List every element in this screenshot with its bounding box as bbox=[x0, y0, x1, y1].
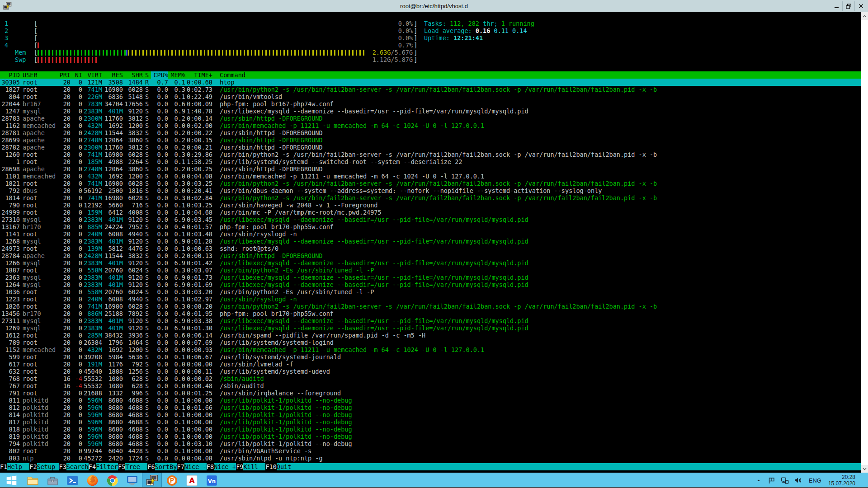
process-row-790[interactable]: 790root200121925660716S0.00.10:03.25/usr… bbox=[0, 202, 861, 209]
process-row-812[interactable]: 812polkitd200596M86804688S0.00.10:01.66/… bbox=[0, 404, 861, 411]
column-header-user[interactable]: USER bbox=[20, 71, 58, 79]
process-row-1612[interactable]: 1612root200285M384323936S0.00.60:06.14/u… bbox=[0, 332, 861, 339]
taskbar-putty-icon[interactable] bbox=[142, 473, 162, 488]
language-indicator[interactable]: ENG bbox=[807, 477, 823, 484]
start-button[interactable] bbox=[0, 473, 23, 488]
fnkey-f6[interactable]: F6 bbox=[147, 463, 155, 470]
process-row-28781[interactable]: 28781apache2002428M115443832S0.00.20:00.… bbox=[0, 129, 861, 136]
process-row-1101[interactable]: 1101memcached200432M16921200S0.00.00:04.… bbox=[0, 173, 861, 180]
column-header-cpu[interactable]: CPU% bbox=[151, 71, 168, 79]
process-row-819[interactable]: 819polkitd200596M86804688S0.00.10:00.00/… bbox=[0, 433, 861, 440]
fnkey-f1[interactable]: F1 bbox=[0, 463, 7, 470]
process-row-767[interactable]: 767root16-4555321080628S0.00.00:00.48/sb… bbox=[0, 382, 861, 389]
column-header-s[interactable]: S bbox=[143, 71, 151, 79]
process-row-1260[interactable]: 1260root200741M169806028S0.00.30:29.86/u… bbox=[0, 151, 861, 158]
scroll-up-icon[interactable] bbox=[861, 12, 868, 20]
taskbar-remote-desktop-icon[interactable] bbox=[122, 473, 142, 488]
process-row-794[interactable]: 794polkitd200596M86804688S0.00.10:03.10/… bbox=[0, 440, 861, 447]
column-header-res[interactable]: RES bbox=[102, 71, 123, 79]
taskbar-server-manager-icon[interactable] bbox=[42, 473, 62, 488]
process-row-28782[interactable]: 28782apache2002300M117603812S0.00.20:00.… bbox=[0, 144, 861, 151]
fn-kill-button[interactable]: Kill bbox=[243, 463, 265, 470]
minimize-button[interactable] bbox=[830, 1, 842, 11]
process-row-13456[interactable]: 13456br170200886M251887892S0.00.40:01.95… bbox=[0, 310, 861, 317]
process-row-804[interactable]: 804root200226M68365148S0.00.10:22.49/usr… bbox=[0, 93, 861, 100]
process-row-818[interactable]: 818polkitd200596M86804688S0.00.10:00.00/… bbox=[0, 426, 861, 433]
process-row-24973[interactable]: 24973root200139M58124476S0.00.10:00.63ss… bbox=[0, 245, 861, 252]
terminal-scrollbar[interactable] bbox=[861, 12, 868, 473]
action-center-flag-icon[interactable] bbox=[768, 476, 776, 484]
column-header-pid[interactable]: PID bbox=[0, 71, 20, 79]
process-row-27310[interactable]: 27310mysql2002383M401M9120S0.06.90:03.45… bbox=[0, 216, 861, 223]
process-row-817[interactable]: 817polkitd200596M86804688S0.00.10:00.00/… bbox=[0, 418, 861, 426]
fnkey-f3[interactable]: F3 bbox=[59, 463, 66, 470]
scroll-down-icon[interactable] bbox=[861, 465, 868, 473]
taskbar-powershell-icon[interactable] bbox=[62, 473, 82, 488]
column-header-ni[interactable]: NI bbox=[71, 71, 82, 79]
process-row-30305[interactable]: 30305root200121M35081484R0.70.10:00.68ht… bbox=[0, 79, 861, 86]
process-row-1036[interactable]: 1036root200558M207606024S0.00.30:03.20/u… bbox=[0, 288, 861, 296]
fn-nice-button[interactable]: Nice - bbox=[184, 463, 207, 470]
process-row-2363[interactable]: 2363mysql2002383M401M9120S0.06.90:01.73/… bbox=[0, 274, 861, 281]
process-row-811[interactable]: 811polkitd200596M86804688S0.00.10:00.00/… bbox=[0, 397, 861, 404]
close-button[interactable] bbox=[854, 1, 867, 11]
fn-nice-button[interactable]: Nice + bbox=[214, 463, 236, 470]
taskbar-firefox-icon[interactable] bbox=[82, 473, 102, 488]
process-row-1827[interactable]: 1827root200741M169806028S0.00.30:02.73/u… bbox=[0, 86, 861, 93]
process-row-617[interactable]: 617root200191M1176792S0.00.00:00.00/usr/… bbox=[0, 361, 861, 368]
volume-icon[interactable] bbox=[794, 476, 802, 484]
process-row-1814[interactable]: 1814root200741M169806028S0.00.30:02.84/u… bbox=[0, 194, 861, 202]
process-row-1821[interactable]: 1821root200741M169806028S0.00.30:03.25/u… bbox=[0, 180, 861, 187]
fnkey-f5[interactable]: F5 bbox=[118, 463, 125, 470]
process-row-814[interactable]: 814polkitd200596M86804688S0.00.10:00.00/… bbox=[0, 411, 861, 418]
process-row-1247[interactable]: 1247mysql2002383M401M9120S0.06.91:40.78/… bbox=[0, 108, 861, 115]
process-row-28784[interactable]: 28784apache2002428M115443832S0.00.20:00.… bbox=[0, 252, 861, 259]
fnkey-f10[interactable]: F10 bbox=[265, 463, 276, 470]
column-header-shr[interactable]: SHR bbox=[123, 71, 143, 79]
process-row-28698[interactable]: 28698apache2002748M120643860S0.00.20:00.… bbox=[0, 165, 861, 173]
process-row-792[interactable]: 792dbus2005619225001816S0.00.00:20.41/us… bbox=[0, 187, 861, 194]
process-row-599[interactable]: 599root2003920859845636S0.00.10:06.67/us… bbox=[0, 353, 861, 361]
fnkey-f4[interactable]: F4 bbox=[89, 463, 96, 470]
process-row-632[interactable]: 632root2004504018881256S0.00.00:00.11/us… bbox=[0, 368, 861, 375]
process-row-802[interactable]: 802root2009974460404428S0.00.10:00.00/us… bbox=[0, 447, 861, 455]
fnkey-f9[interactable]: F9 bbox=[236, 463, 243, 470]
process-row-1266[interactable]: 1266mysql2002383M401M9120S0.06.90:01.42/… bbox=[0, 259, 861, 267]
taskbar-chrome-icon[interactable] bbox=[102, 473, 122, 488]
fnkey-f2[interactable]: F2 bbox=[29, 463, 37, 470]
process-row-791[interactable]: 791root200216881332996S0.00.00:01.25/usr… bbox=[0, 389, 861, 397]
taskbar-clock[interactable]: 20:28 15.07.2020 bbox=[828, 474, 858, 487]
process-row-768[interactable]: 768root16-4555321080628S0.00.00:00.02/sb… bbox=[0, 375, 861, 382]
process-row-1223[interactable]: 1223root200240M60084940S0.00.10:02.97/us… bbox=[0, 296, 861, 303]
process-row-1268[interactable]: 1268mysql2002383M401M9120S0.06.90:01.28/… bbox=[0, 238, 861, 245]
process-row-22044[interactable]: 22044br167200783M3470417656S0.00.60:00.0… bbox=[0, 100, 861, 108]
column-header-command[interactable]: Command bbox=[212, 71, 861, 79]
process-row-1887[interactable]: 1887root200558M207606024S0.00.30:03.07/u… bbox=[0, 267, 861, 274]
process-row-803[interactable]: 803ntp2004527224201724S0.00.00:00.08/usr… bbox=[0, 455, 861, 462]
restore-button[interactable] bbox=[842, 1, 854, 11]
fnkey-f8[interactable]: F8 bbox=[207, 463, 214, 470]
process-row-27311[interactable]: 27311mysql2002383M401M9120S0.06.90:03.38… bbox=[0, 317, 861, 324]
process-row-1152[interactable]: 1152memcached200432M16921200S0.00.00:00.… bbox=[0, 346, 861, 353]
fn-tree-button[interactable]: Tree bbox=[125, 463, 147, 470]
taskbar-orange-p-app-icon[interactable]: P bbox=[162, 473, 182, 488]
process-row-1826[interactable]: 1826root200741M169806028S0.00.30:08.20/u… bbox=[0, 303, 861, 310]
fn-filter-button[interactable]: Filter bbox=[96, 463, 118, 470]
taskbar-vnc-viewer-icon[interactable]: Vn bbox=[202, 473, 222, 488]
process-row-1141[interactable]: 1141root200240M60084940S0.00.10:03.48/us… bbox=[0, 230, 861, 238]
process-row-13167[interactable]: 13167br170200885M242247952S0.00.40:01.57… bbox=[0, 223, 861, 230]
fn-sortby-button[interactable]: SortBy bbox=[155, 463, 177, 470]
fn-help-button[interactable]: Help bbox=[7, 463, 29, 470]
column-header-pri[interactable]: PRI bbox=[58, 71, 71, 79]
fn-quit-button[interactable]: Quit bbox=[277, 463, 299, 470]
process-row-789[interactable]: 789root2002638417961464S0.00.00:07.69/us… bbox=[0, 339, 861, 346]
fnkey-f7[interactable]: F7 bbox=[177, 463, 184, 470]
column-header-time[interactable]: TIME+ bbox=[185, 71, 212, 79]
fn-setup-button[interactable]: Setup bbox=[37, 463, 59, 470]
process-row-24999[interactable]: 24999root200159M64124008S0.00.10:04.68/u… bbox=[0, 209, 861, 216]
process-row-28699[interactable]: 28699apache2002748M120643860S0.00.20:00.… bbox=[0, 136, 861, 144]
process-row-1[interactable]: 1root200185M49882264S0.00.11:58.25/usr/l… bbox=[0, 158, 861, 165]
taskbar-file-explorer-icon[interactable] bbox=[23, 473, 42, 488]
fn-search-button[interactable]: Search bbox=[66, 463, 89, 470]
process-row-1264[interactable]: 1264mysql2002383M401M9120S0.06.90:01.69/… bbox=[0, 281, 861, 288]
